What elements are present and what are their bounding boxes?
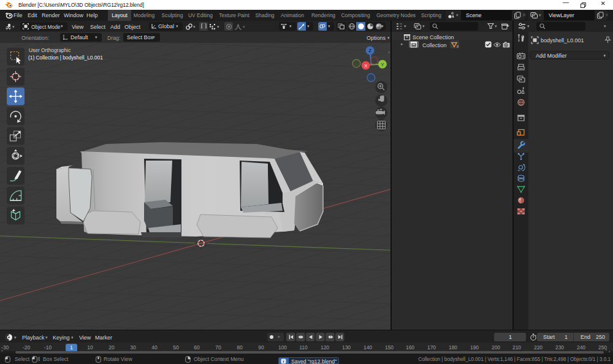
svg-text:Z: Z	[368, 48, 371, 53]
svg-text:‹: ‹	[388, 49, 390, 55]
svg-text:(1) Collection | bodyshell_L0.: (1) Collection | bodyshell_L0.001	[28, 55, 103, 61]
svg-text:User Orthographic: User Orthographic	[29, 47, 70, 53]
svg-text:Y: Y	[381, 62, 384, 67]
svg-text:X: X	[364, 63, 368, 69]
